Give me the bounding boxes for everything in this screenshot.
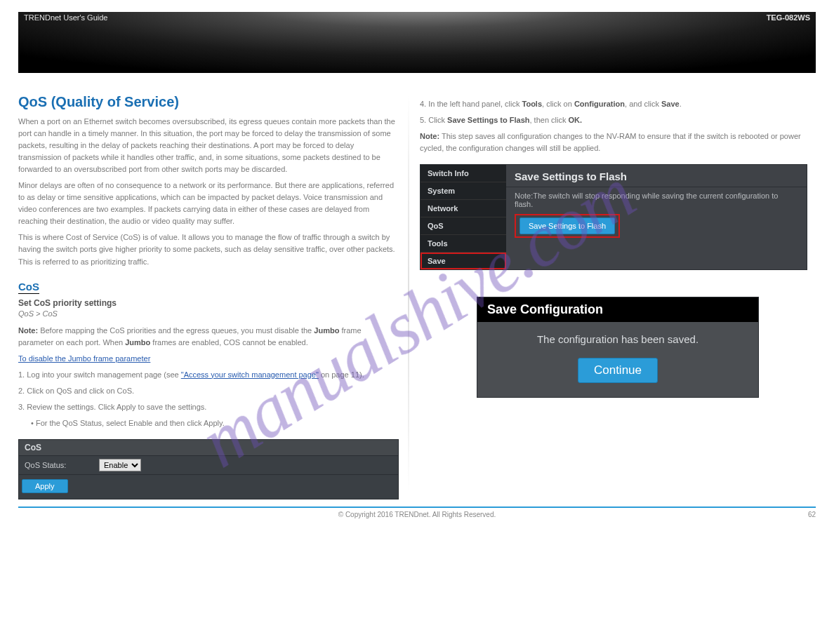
qos-heading: QoS (Quality of Service) [18,94,397,110]
save-config-title: Save Configuration [477,297,758,322]
qos-status-select[interactable]: Enabled [99,459,141,471]
save-flash-button[interactable]: Save Settings to Flash [519,217,615,234]
left-column: QoS (Quality of Service) When a port on … [18,73,408,499]
intro-para-1: When a port on an Ethernet switch become… [18,116,397,175]
jumbo-link-line: To disable the Jumbo frame parameter [18,353,397,365]
banner-right-text: TEG-082WS [767,13,810,22]
intro-para-3: This is where Cost of Service (CoS) is o… [18,232,397,267]
sidebar-item-tools[interactable]: Tools [421,235,506,253]
save-flash-panel: Switch Info System Network QoS Tools Sav… [420,164,807,270]
step-3: 3. Review the settings. Click Apply to s… [18,401,397,413]
top-banner: TRENDnet User's Guide TEG-082WS [18,12,816,73]
banner-left-text: TRENDnet User's Guide [24,13,107,22]
step-2: 2. Click on QoS and click on CoS. [18,385,397,397]
sidebar-item-save[interactable]: Save [421,253,506,269]
step-4: 4. In the left hand panel, click Tools, … [420,98,816,110]
cos-bullet: • For the QoS Status, select Enable and … [31,417,397,429]
save-flash-title: Save Settings to Flash [506,165,807,187]
sidebar-nav: Switch Info System Network QoS Tools Sav… [421,165,506,269]
save-config-dialog: Save Configuration The configuration has… [477,297,759,398]
sidebar-item-system[interactable]: System [421,182,506,200]
save-config-msg: The configuration has been saved. [477,322,758,345]
mgmt-page-link[interactable]: "Access your switch management page" [181,370,319,379]
save-flash-note: Note:The switch will stop responding whi… [506,187,807,211]
save-flash-main: Save Settings to Flash Note:The switch w… [506,165,807,269]
sidebar-item-qos[interactable]: QoS [421,217,506,235]
qos-status-label: QoS Status: [25,461,99,469]
cos-panel: CoS QoS Status: Enabled Apply [18,439,399,499]
cos-note-line-1: Note: Before mapping the CoS priorities … [18,325,397,349]
sidebar-item-switch-info[interactable]: Switch Info [421,165,506,182]
apply-button[interactable]: Apply [22,479,68,493]
step-1: 1. Log into your switch management page … [18,369,397,381]
cos-panel-row: QoS Status: Enabled [19,456,398,475]
right-column: 4. In the left hand panel, click Tools, … [409,73,816,499]
step-5-note: Note: This step saves all configuration … [420,130,816,154]
jumbo-link[interactable]: To disable the Jumbo frame parameter [18,354,150,363]
intro-para-2: Minor delays are often of no consequence… [18,180,397,227]
cos-strong-lead: Set CoS priority settings [18,298,117,308]
cos-subheading: CoS [18,281,397,294]
save-flash-button-highlight: Save Settings to Flash [515,214,620,238]
cos-path: QoS > CoS [18,309,397,318]
cos-panel-title: CoS [19,440,398,456]
continue-button[interactable]: Continue [578,358,658,383]
footer-divider [18,507,816,508]
sidebar-item-network[interactable]: Network [421,200,506,217]
step-5: 5. Click Save Settings to Flash, then cl… [420,114,816,126]
